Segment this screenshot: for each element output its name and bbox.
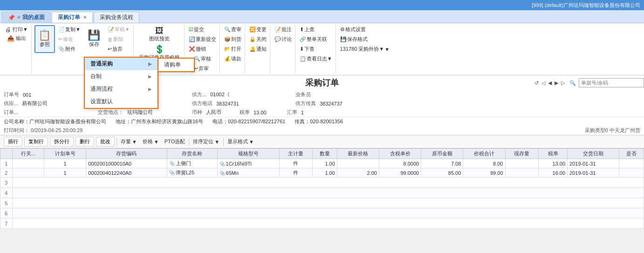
toolbar: 🖨 打印▼ 📤 输出 📋 参照 📄 复制▼ ✏ 修改: [0, 23, 644, 75]
approve-button[interactable]: 🔍 审核: [192, 54, 212, 63]
submenu-purchase-request[interactable]: 请购单: [158, 59, 194, 71]
print-row: 打印时间： 0/2019-04-25 20:00:29 采购类型0 中天龙广州货: [0, 126, 644, 135]
annotate-icon: 📝: [274, 27, 281, 33]
print-label: 打印▼: [13, 26, 28, 33]
format-dropdown-button[interactable]: 131780 采购外协▼ ▼: [339, 45, 391, 53]
toolbar-nav-group: ⬆ 上查 🔗 整单关联 ⬇ 下查 📋 查看日志▼: [296, 24, 336, 74]
tab-bar: 📌 ✕ 我的桌面 采购订单 ✕ 采购业务流程: [0, 10, 644, 23]
arrive-button[interactable]: 📦 到货: [223, 35, 243, 44]
change-label: 变更: [256, 26, 267, 33]
company-fax: 传真：020-82001356: [295, 118, 343, 125]
annotate-button[interactable]: 📝 批注: [273, 25, 293, 34]
table-row[interactable]: 2 1 0002004012240A0 📎弹簧L25 📎65Mn 件 1.00 …: [0, 168, 644, 178]
audit-button[interactable]: 🔍 查审: [223, 25, 243, 34]
tab-purchase-order-close[interactable]: ✕: [83, 15, 87, 20]
prev-query-button[interactable]: ⬆ 上查: [298, 25, 334, 34]
split-row-button[interactable]: 拆分行: [50, 137, 74, 146]
abandon-button[interactable]: ↩ 放弃: [106, 45, 131, 53]
discuss-button[interactable]: 💬 讨论: [273, 35, 293, 44]
diagram-label: 图纸预览: [149, 35, 170, 42]
table-row[interactable]: 1 1 0002001000010A0 📎上侧门 📎1Cr18Ni9Ti 件 1…: [0, 159, 644, 168]
copy-row-button[interactable]: 复制行: [24, 137, 48, 146]
change-button[interactable]: 🔀 变更: [248, 25, 268, 34]
resubmit-icon: 🔄: [189, 36, 195, 42]
nav-last[interactable]: ▷: [561, 80, 565, 86]
col-delivery-date: 交货日期: [568, 149, 619, 159]
copy-button[interactable]: 📄 复制▼: [57, 25, 82, 34]
dropdown-common-purchase[interactable]: 普通采购 ▶: [85, 58, 158, 70]
tab-home-label: 我的桌面: [22, 13, 45, 21]
form-fields-row3: 订单... 交货地点： 珐玛珈公司 币种 人民币 税率 13.00 汇率 1: [0, 108, 644, 117]
reference-button[interactable]: 📋 参照: [34, 25, 55, 53]
modify-button[interactable]: ✏ 修改: [57, 35, 82, 44]
open-button[interactable]: 📂 打开: [223, 45, 243, 53]
save-format-button[interactable]: 💾 保存格式: [339, 35, 391, 44]
stock-qty-dropdown[interactable]: 存量 ▼: [119, 137, 139, 146]
delete-button[interactable]: 🗑 删除: [106, 35, 131, 44]
delete-row-button[interactable]: 删行: [75, 137, 94, 146]
dropdown-general-process[interactable]: 通用流程 ▶: [85, 83, 158, 95]
sort-dropdown[interactable]: 排序定位 ▼: [191, 137, 221, 146]
discuss-label: 讨论: [281, 36, 292, 43]
format-dropdown-label: 131780 采购外协▼: [340, 46, 384, 53]
row2-delivery-date: 2019-01-31: [568, 168, 619, 178]
pto-dropdown[interactable]: PTO选配: [163, 137, 187, 146]
discuss-icon: 💬: [274, 36, 281, 42]
price-dropdown[interactable]: 价格 ▼: [141, 137, 161, 146]
row2-latest-price: 2.00: [337, 168, 379, 178]
draft-button[interactable]: 📝 草稿▼: [106, 25, 131, 34]
dropdown-set-default[interactable]: 设置默认: [85, 95, 158, 108]
nav-first[interactable]: ◁: [541, 80, 545, 86]
close-icon[interactable]: ✕: [17, 15, 21, 20]
col-qty: 数量: [313, 149, 337, 159]
log-button[interactable]: 📋 查看日志▼: [298, 54, 334, 63]
stock-qty-arrow: ▼: [132, 139, 137, 145]
dropdown-general-process-label: 通用流程: [90, 85, 113, 93]
attach-button[interactable]: 📎 附件: [57, 45, 82, 53]
cancel-submit-label: 撤销: [196, 46, 206, 53]
company-phone: 电话：020-82215907/82212761: [212, 118, 285, 125]
row4-empty: [12, 188, 644, 198]
reject-button[interactable]: ↩ 弃审: [192, 64, 212, 73]
nav-next[interactable]: ▶: [555, 80, 558, 86]
tab-purchase-order[interactable]: 采购订单 ✕: [52, 12, 93, 23]
tab-purchase-process-label: 采购业务流程: [100, 13, 133, 21]
export-label: 输出: [16, 35, 26, 42]
save-format-label: 保存格式: [347, 36, 368, 43]
row1-is-checked: [619, 159, 644, 168]
format-settings-button[interactable]: ⚙ 格式设置: [339, 25, 391, 34]
display-format-dropdown[interactable]: 显示格式 ▼: [226, 137, 256, 146]
cancel-submit-button[interactable]: ❌ 撤销: [187, 45, 218, 53]
price-label: 价格: [143, 138, 153, 145]
save-button[interactable]: 💾 保存: [84, 25, 104, 53]
payment-button[interactable]: 💰 请款: [223, 54, 243, 63]
link-button[interactable]: 🔗 整单关联: [298, 35, 334, 44]
doc-search-input[interactable]: [579, 78, 644, 87]
diagram-preview-button[interactable]: 🖼 图纸预览: [147, 25, 172, 44]
dropdown-self-made-arrow: ▶: [148, 74, 152, 79]
dropdown-self-made[interactable]: 自制 ▶: [85, 70, 158, 83]
print-button[interactable]: 🖨 打印▼: [4, 25, 29, 34]
nav-prev[interactable]: ◀: [548, 80, 552, 86]
refresh-icon[interactable]: ↺: [534, 80, 539, 86]
field-phone: 供方电话 38324731: [192, 100, 295, 107]
resubmit-button[interactable]: 🔄 重新提交: [187, 35, 218, 44]
table-row-empty-5: 5: [0, 198, 644, 208]
col-plan-no: 计划单号: [44, 149, 86, 159]
row3-num: 3: [0, 178, 13, 188]
batch-edit-button[interactable]: 批改: [96, 137, 115, 146]
arrive-icon: 📦: [224, 36, 231, 42]
next-query-button[interactable]: ⬇ 下查: [298, 45, 334, 53]
submit-button[interactable]: ☑ 提交: [187, 25, 218, 34]
export-button[interactable]: 📤 输出: [6, 34, 27, 43]
tab-home[interactable]: 📌 ✕ 我的桌面: [2, 12, 51, 23]
row1-delivery-date: 2019-01-31: [568, 159, 619, 168]
format-settings-icon: ⚙: [340, 27, 345, 33]
reference-label: 参照: [40, 41, 50, 48]
notify-icon: 🔔: [249, 46, 256, 52]
tab-purchase-process[interactable]: 采购业务流程: [94, 12, 139, 23]
insert-row-button[interactable]: 插行: [4, 137, 22, 146]
notify-button[interactable]: 🔔 通知: [248, 45, 268, 53]
close-order-button[interactable]: 🔒 关闭: [248, 35, 268, 44]
table-row-empty-6: 6: [0, 208, 644, 219]
